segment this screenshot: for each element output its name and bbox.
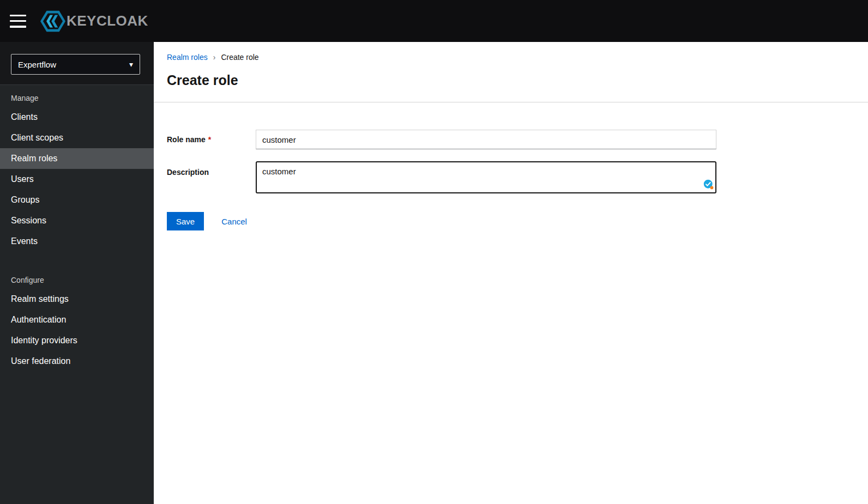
chevron-down-icon: ▾ bbox=[129, 60, 133, 68]
description-row: Description customer bbox=[167, 161, 855, 193]
nav-section-manage: Manage Clients Client scopes Realm roles… bbox=[0, 86, 154, 252]
sidebar-item-sessions[interactable]: Sessions bbox=[0, 210, 154, 231]
sidebar-item-realm-settings[interactable]: Realm settings bbox=[0, 289, 154, 309]
topbar: KEYCLOAK bbox=[0, 0, 868, 42]
sidebar-item-groups[interactable]: Groups bbox=[0, 190, 154, 210]
nav-section-title-manage: Manage bbox=[0, 86, 154, 107]
realm-selector-value: Expertflow bbox=[18, 60, 56, 69]
required-asterisk: * bbox=[208, 135, 211, 144]
keycloak-logo: KEYCLOAK bbox=[40, 10, 148, 32]
sidebar-item-identity-providers[interactable]: Identity providers bbox=[0, 330, 154, 351]
sidebar-item-authentication[interactable]: Authentication bbox=[0, 309, 154, 330]
hamburger-menu-icon[interactable] bbox=[10, 15, 26, 28]
breadcrumb: Realm roles › Create role bbox=[167, 53, 855, 62]
role-name-label: Role name* bbox=[167, 135, 256, 144]
description-textarea[interactable]: customer bbox=[256, 161, 716, 193]
sidebar: Expertflow ▾ Manage Clients Client scope… bbox=[0, 42, 154, 504]
role-name-input[interactable] bbox=[256, 130, 716, 149]
breadcrumb-realm-roles-link[interactable]: Realm roles bbox=[167, 53, 208, 62]
grammarly-icon[interactable] bbox=[703, 179, 714, 190]
realm-selector-block: Expertflow ▾ bbox=[0, 42, 154, 85]
breadcrumb-current: Create role bbox=[221, 53, 258, 62]
sidebar-item-client-scopes[interactable]: Client scopes bbox=[0, 127, 154, 148]
create-role-form: Role name* Description customer bbox=[154, 102, 868, 230]
page-title: Create role bbox=[167, 72, 855, 88]
sidebar-item-user-federation[interactable]: User federation bbox=[0, 351, 154, 372]
save-button[interactable]: Save bbox=[167, 212, 204, 230]
sidebar-item-users[interactable]: Users bbox=[0, 169, 154, 190]
sidebar-item-realm-roles[interactable]: Realm roles bbox=[0, 148, 154, 169]
sidebar-nav: Manage Clients Client scopes Realm roles… bbox=[0, 85, 154, 372]
nav-section-title-configure: Configure bbox=[0, 268, 154, 289]
description-label: Description bbox=[167, 161, 256, 193]
nav-section-configure: Configure Realm settings Authentication … bbox=[0, 268, 154, 372]
sidebar-item-events[interactable]: Events bbox=[0, 231, 154, 252]
sidebar-item-clients[interactable]: Clients bbox=[0, 107, 154, 127]
breadcrumb-separator-icon: › bbox=[213, 53, 216, 62]
keycloak-logo-icon bbox=[40, 10, 65, 32]
page-header: Realm roles › Create role Create role bbox=[154, 42, 868, 102]
role-name-row: Role name* bbox=[167, 130, 855, 149]
realm-selector-dropdown[interactable]: Expertflow ▾ bbox=[11, 54, 140, 75]
form-actions: Save Cancel bbox=[167, 212, 855, 230]
main-content: Realm roles › Create role Create role Ro… bbox=[154, 42, 868, 504]
brand-text: KEYCLOAK bbox=[67, 13, 148, 29]
cancel-link[interactable]: Cancel bbox=[221, 217, 247, 226]
